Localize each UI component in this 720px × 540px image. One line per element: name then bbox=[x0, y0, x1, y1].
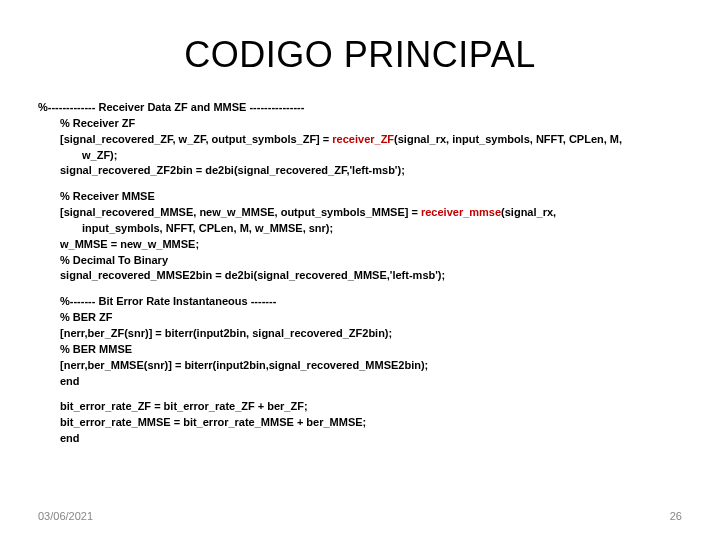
code-line: [signal_recovered_MMSE, new_w_MMSE, outp… bbox=[38, 205, 682, 220]
spacer bbox=[38, 389, 682, 399]
footer-date: 03/06/2021 bbox=[38, 510, 93, 522]
code-text: (signal_rx, input_symbols, NFFT, CPLen, … bbox=[394, 133, 622, 145]
code-text: [signal_recovered_ZF, w_ZF, output_symbo… bbox=[60, 133, 332, 145]
code-keyword: receiver_ZF bbox=[332, 133, 394, 145]
code-line: signal_recovered_ZF2bin = de2bi(signal_r… bbox=[38, 163, 682, 178]
code-line: %------------- Receiver Data ZF and MMSE… bbox=[38, 100, 682, 115]
slide: CODIGO PRINCIPAL %------------- Receiver… bbox=[0, 0, 720, 540]
code-line: % BER ZF bbox=[38, 310, 682, 325]
code-line: bit_error_rate_ZF = bit_error_rate_ZF + … bbox=[38, 399, 682, 414]
code-line: % Receiver ZF bbox=[38, 116, 682, 131]
footer-page-number: 26 bbox=[670, 510, 682, 522]
code-line: w_MMSE = new_w_MMSE; bbox=[38, 237, 682, 252]
code-keyword: receiver_mmse bbox=[421, 206, 501, 218]
code-text: (signal_rx, bbox=[501, 206, 556, 218]
code-line: bit_error_rate_MMSE = bit_error_rate_MMS… bbox=[38, 415, 682, 430]
code-line: % BER MMSE bbox=[38, 342, 682, 357]
code-line: % Decimal To Binary bbox=[38, 253, 682, 268]
slide-title: CODIGO PRINCIPAL bbox=[0, 34, 720, 76]
code-line: w_ZF); bbox=[38, 148, 682, 163]
code-line: end bbox=[38, 431, 682, 446]
code-line: signal_recovered_MMSE2bin = de2bi(signal… bbox=[38, 268, 682, 283]
code-line: [signal_recovered_ZF, w_ZF, output_symbo… bbox=[38, 132, 682, 147]
code-line: input_symbols, NFFT, CPLen, M, w_MMSE, s… bbox=[38, 221, 682, 236]
spacer bbox=[38, 179, 682, 189]
code-line: end bbox=[38, 374, 682, 389]
code-line: [nerr,ber_ZF(snr)] = biterr(input2bin, s… bbox=[38, 326, 682, 341]
code-line: [nerr,ber_MMSE(snr)] = biterr(input2bin,… bbox=[38, 358, 682, 373]
code-text: [signal_recovered_MMSE, new_w_MMSE, outp… bbox=[60, 206, 421, 218]
code-line: % Receiver MMSE bbox=[38, 189, 682, 204]
spacer bbox=[38, 284, 682, 294]
code-line: %------- Bit Error Rate Instantaneous --… bbox=[38, 294, 682, 309]
slide-body: %------------- Receiver Data ZF and MMSE… bbox=[38, 100, 682, 447]
